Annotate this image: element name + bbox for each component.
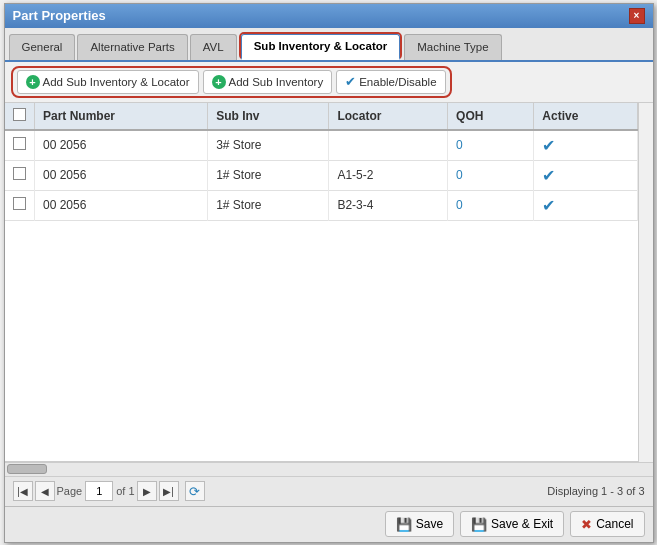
col-sub-inv: Sub Inv: [208, 103, 329, 130]
refresh-button[interactable]: ⟳: [185, 481, 205, 501]
displaying-text: Displaying 1 - 3 of 3: [547, 485, 644, 497]
enable-disable-button[interactable]: ✔ Enable/Disable: [336, 70, 445, 94]
sub-inv-cell: 1# Store: [208, 160, 329, 190]
page-nav: |◀ ◀ Page of 1 ▶ ▶| ⟳: [13, 481, 205, 501]
save-exit-button[interactable]: 💾 Save & Exit: [460, 511, 564, 537]
table-wrapper[interactable]: Part Number Sub Inv Locator QOH Active 0…: [5, 103, 638, 462]
qoh-cell[interactable]: 0: [448, 190, 534, 220]
locator-cell: A1-5-2: [329, 160, 448, 190]
locator-cell: B2-3-4: [329, 190, 448, 220]
save-button[interactable]: 💾 Save: [385, 511, 454, 537]
footer: 💾 Save 💾 Save & Exit ✖ Cancel: [5, 506, 653, 542]
row-checkbox[interactable]: [5, 130, 35, 161]
qoh-cell[interactable]: 0: [448, 130, 534, 161]
part-number-cell: 00 2056: [35, 160, 208, 190]
row-checkbox[interactable]: [5, 160, 35, 190]
table-row: 00 2056 3# Store 0 ✔: [5, 130, 638, 161]
plus-icon: +: [26, 75, 40, 89]
tab-alternative-parts[interactable]: Alternative Parts: [77, 34, 187, 60]
active-check-icon: ✔: [542, 137, 555, 154]
active-cell: ✔: [534, 190, 637, 220]
part-number-cell: 00 2056: [35, 190, 208, 220]
part-number-cell: 00 2056: [35, 130, 208, 161]
prev-page-button[interactable]: ◀: [35, 481, 55, 501]
locator-cell: [329, 130, 448, 161]
active-cell: ✔: [534, 130, 637, 161]
table-header-row: Part Number Sub Inv Locator QOH Active: [5, 103, 638, 130]
tab-general[interactable]: General: [9, 34, 76, 60]
horizontal-scrollbar[interactable]: [5, 462, 653, 476]
part-properties-dialog: Part Properties × General Alternative Pa…: [4, 3, 654, 543]
next-page-button[interactable]: ▶: [137, 481, 157, 501]
col-part-number: Part Number: [35, 103, 208, 130]
table-container: Part Number Sub Inv Locator QOH Active 0…: [5, 103, 653, 462]
col-active: Active: [534, 103, 637, 130]
sub-inv-cell: 1# Store: [208, 190, 329, 220]
check-icon: ✔: [345, 74, 356, 89]
of-label: of: [116, 485, 125, 497]
first-page-button[interactable]: |◀: [13, 481, 33, 501]
active-cell: ✔: [534, 160, 637, 190]
page-number-input[interactable]: [85, 481, 113, 501]
vertical-scrollbar[interactable]: [638, 103, 653, 462]
save-icon: 💾: [396, 517, 412, 532]
tab-machine-type[interactable]: Machine Type: [404, 34, 501, 60]
add-sub-inventory-locator-button[interactable]: + Add Sub Inventory & Locator: [17, 70, 199, 94]
close-button[interactable]: ×: [629, 8, 645, 24]
save-exit-icon: 💾: [471, 517, 487, 532]
title-bar: Part Properties ×: [5, 4, 653, 28]
table-row: 00 2056 1# Store A1-5-2 0 ✔: [5, 160, 638, 190]
toolbar: + Add Sub Inventory & Locator + Add Sub …: [5, 62, 653, 103]
content-area: Part Number Sub Inv Locator QOH Active 0…: [5, 103, 653, 506]
cancel-icon: ✖: [581, 517, 592, 532]
active-check-icon: ✔: [542, 197, 555, 214]
cancel-button[interactable]: ✖ Cancel: [570, 511, 644, 537]
row-checkbox[interactable]: [5, 190, 35, 220]
pagination-bar: |◀ ◀ Page of 1 ▶ ▶| ⟳ Displaying 1 - 3 o…: [5, 476, 653, 506]
add-sub-inventory-button[interactable]: + Add Sub Inventory: [203, 70, 333, 94]
page-label: Page: [57, 485, 83, 497]
page-total: 1: [128, 485, 134, 497]
sub-inv-cell: 3# Store: [208, 130, 329, 161]
scroll-thumb[interactable]: [7, 464, 47, 474]
dialog-title: Part Properties: [13, 8, 106, 23]
toolbar-highlight-group: + Add Sub Inventory & Locator + Add Sub …: [11, 66, 452, 98]
tab-avl[interactable]: AVL: [190, 34, 237, 60]
active-check-icon: ✔: [542, 167, 555, 184]
col-qoh: QOH: [448, 103, 534, 130]
table-row: 00 2056 1# Store B2-3-4 0 ✔: [5, 190, 638, 220]
col-checkbox: [5, 103, 35, 130]
last-page-button[interactable]: ▶|: [159, 481, 179, 501]
col-locator: Locator: [329, 103, 448, 130]
data-table: Part Number Sub Inv Locator QOH Active 0…: [5, 103, 638, 221]
qoh-cell[interactable]: 0: [448, 160, 534, 190]
plus-icon-2: +: [212, 75, 226, 89]
header-checkbox[interactable]: [13, 108, 26, 121]
tab-sub-inventory[interactable]: Sub Inventory & Locator: [241, 34, 401, 60]
tabs-container: General Alternative Parts AVL Sub Invent…: [5, 28, 653, 62]
